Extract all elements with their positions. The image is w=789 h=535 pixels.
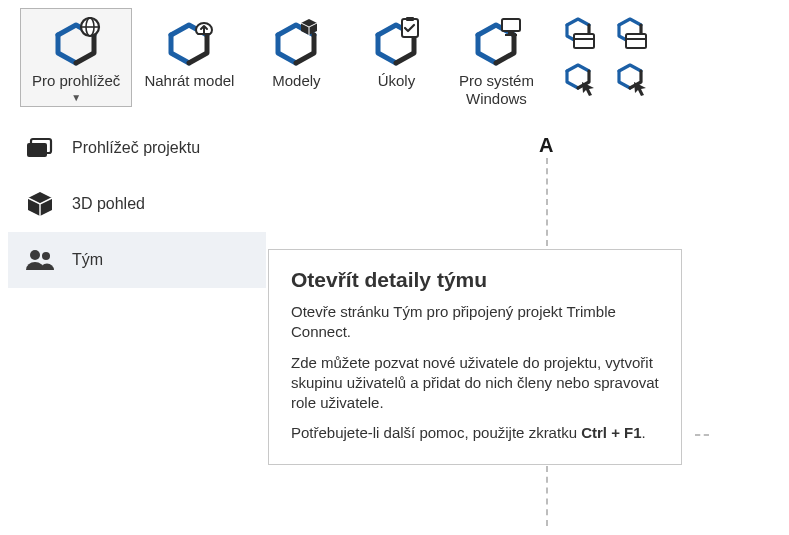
svg-rect-4 xyxy=(406,17,414,21)
cube-upload-icon xyxy=(163,14,215,70)
svg-rect-6 xyxy=(508,31,514,34)
toolbar-label: Úkoly xyxy=(378,72,416,90)
toolbar-button-upload[interactable]: Nahrát model xyxy=(132,8,246,94)
toolbar-button-browser[interactable]: Pro prohlížeč ▼ xyxy=(20,8,132,107)
svg-rect-7 xyxy=(505,34,517,36)
menu-item-3d-view[interactable]: 3D pohled xyxy=(8,176,266,232)
tooltip-panel: Otevřít detaily týmu Otevře stránku Tým … xyxy=(268,249,682,465)
tooltip-paragraph: Otevře stránku Tým pro připojený projekt… xyxy=(291,302,659,343)
select-cube-icon[interactable] xyxy=(556,60,600,100)
tooltip-shortcut: Ctrl + F1 xyxy=(581,424,641,441)
tooltip-paragraph: Zde můžete pozvat nové uživatele do proj… xyxy=(291,353,659,414)
canvas-marker: A xyxy=(539,134,553,157)
new-window-icon[interactable] xyxy=(556,14,600,54)
folders-icon xyxy=(26,134,54,162)
guide-line-vertical xyxy=(546,466,548,526)
svg-point-15 xyxy=(42,252,50,260)
menu-label: 3D pohled xyxy=(72,195,145,213)
svg-point-14 xyxy=(30,250,40,260)
menu-item-team[interactable]: Tým xyxy=(8,232,266,288)
svg-rect-5 xyxy=(502,19,520,31)
tooltip-title: Otevřít detaily týmu xyxy=(291,268,659,292)
toolbar-button-tasks[interactable]: Úkoly xyxy=(346,8,446,94)
toolbar-icon-grid xyxy=(546,8,662,106)
menu-label: Prohlížeč projektu xyxy=(72,139,200,157)
toolbar: Pro prohlížeč ▼ Nahrát model Modely xyxy=(0,0,789,112)
tooltip-text: . xyxy=(642,424,646,441)
toolbar-label: Pro prohlížeč xyxy=(32,72,120,90)
chevron-down-icon: ▼ xyxy=(71,92,81,103)
toolbar-label: Nahrát model xyxy=(144,72,234,90)
cube-icon xyxy=(26,190,54,218)
browser-dropdown-menu: Prohlížeč projektu 3D pohled Tým xyxy=(8,120,266,288)
people-icon xyxy=(26,246,54,274)
cube-checklist-icon xyxy=(370,14,422,70)
tooltip-paragraph: Potřebujete-li další pomoc, použijte zkr… xyxy=(291,423,659,443)
cube-globe-icon xyxy=(50,14,102,70)
cube-monitor-icon xyxy=(470,14,522,70)
cube-solid-icon xyxy=(270,14,322,70)
new-window-alt-icon[interactable] xyxy=(608,14,652,54)
menu-item-project-browser[interactable]: Prohlížeč projektu xyxy=(8,120,266,176)
tooltip-text: Potřebujete-li další pomoc, použijte zkr… xyxy=(291,424,581,441)
toolbar-label: Modely xyxy=(272,72,320,90)
toolbar-label: Pro systém Windows xyxy=(459,72,534,108)
svg-rect-8 xyxy=(574,34,594,48)
svg-rect-10 xyxy=(626,34,646,48)
guide-line-vertical xyxy=(546,158,548,246)
toolbar-button-windows[interactable]: Pro systém Windows xyxy=(446,8,546,112)
select-cube-alt-icon[interactable] xyxy=(608,60,652,100)
menu-label: Tým xyxy=(72,251,103,269)
guide-line-horizontal xyxy=(695,434,709,436)
toolbar-button-models[interactable]: Modely xyxy=(246,8,346,94)
